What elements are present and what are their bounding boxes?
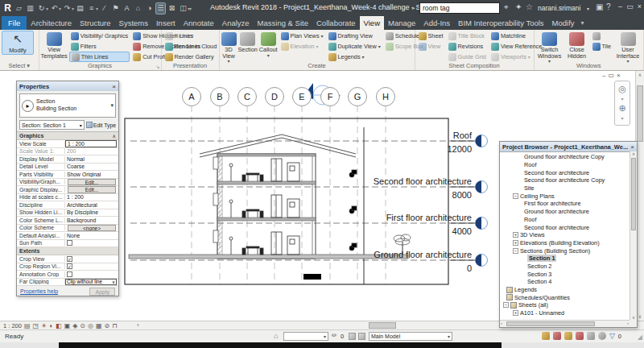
switch-windows-button[interactable]: Switch Windows▾ xyxy=(536,31,564,64)
print-icon[interactable]: ▤ xyxy=(75,2,85,14)
search-flyout-icon[interactable]: ▸ xyxy=(412,5,415,11)
properties-title-bar[interactable]: Properties × xyxy=(17,81,118,91)
help-icon[interactable]: ? xyxy=(606,2,611,11)
visual-style-icon[interactable]: ◳ xyxy=(33,322,39,329)
collapse-icon[interactable]: − xyxy=(513,193,518,199)
detail-level-value[interactable]: Coarse xyxy=(65,164,118,169)
expand-icon[interactable]: + xyxy=(513,310,518,316)
view-button[interactable]: View xyxy=(417,41,445,52)
render-in-cloud-button[interactable]: Render in Cloud xyxy=(163,41,219,52)
design-option-selector[interactable]: Main Model▾ xyxy=(369,332,452,341)
tree-item-ceiling-plans[interactable]: −Ceiling Plans xyxy=(500,192,630,200)
view-scale-control[interactable]: 1 : 200 xyxy=(3,322,22,329)
save-icon[interactable]: ▥ xyxy=(25,2,35,14)
browser-vertical-scrollbar[interactable]: ∧ ∨ xyxy=(630,151,637,320)
elevation-button[interactable]: Elevation▾ xyxy=(279,41,325,52)
tree-item-schedules[interactable]: Schedules/Quantities xyxy=(500,293,630,301)
temporary-view-properties-icon[interactable]: ▦ xyxy=(96,322,102,329)
aligned-dimension-icon[interactable]: ∕ xyxy=(99,2,109,14)
default-3d-view-icon[interactable]: ⌂ xyxy=(133,2,143,14)
sun-path-icon[interactable]: ☀ xyxy=(41,322,47,329)
text-icon[interactable]: A xyxy=(122,2,132,14)
tab-insert[interactable]: Insert xyxy=(152,16,180,30)
reveal-hidden-elements-icon[interactable]: ◎ xyxy=(88,322,93,329)
tab-file[interactable]: File xyxy=(2,16,27,30)
filter-icon[interactable]: ▽ xyxy=(609,332,615,340)
tab-modify[interactable]: Modify xyxy=(548,16,579,30)
tree-item[interactable]: Ground floor architecture Copy xyxy=(500,153,630,161)
redo-dropdown-icon[interactable]: ▾ xyxy=(72,6,74,11)
worksets-dialog-icon[interactable] xyxy=(349,333,356,340)
shadows-icon[interactable]: ◐ xyxy=(49,322,53,329)
title-block-button[interactable]: Title Block xyxy=(447,31,488,41)
tree-item[interactable]: Roof xyxy=(500,216,630,224)
tree-item-sections[interactable]: −Sections (Building Section) xyxy=(500,246,630,255)
modify-button[interactable]: ↖ Modify xyxy=(2,31,34,55)
drafting-view-button[interactable]: Drafting View xyxy=(327,31,382,41)
user-dropdown-icon[interactable]: ▾ xyxy=(587,6,589,11)
cascade-button[interactable] xyxy=(591,31,613,41)
tab-analyze[interactable]: Analyze xyxy=(218,16,254,30)
app-store-icon[interactable]: ▣ xyxy=(596,2,603,11)
annotation-crop-checkbox[interactable] xyxy=(67,271,72,277)
search-icon[interactable]: ⌖ xyxy=(504,2,509,12)
select-pinned-toggle-icon[interactable] xyxy=(564,332,572,340)
workset-selector[interactable]: ▾ xyxy=(283,332,328,341)
browser-horizontal-scrollbar[interactable]: ‹ › xyxy=(500,320,630,327)
tab-massing-site[interactable]: Massing & Site xyxy=(254,16,312,30)
tile-button[interactable]: Tile xyxy=(591,41,613,52)
hide-at-scales-value[interactable]: 1 : 200 xyxy=(65,194,118,200)
tab-collaborate[interactable]: Collaborate xyxy=(312,16,360,30)
instance-selector[interactable]: Section: Section 1▾ xyxy=(19,120,85,130)
scroll-up-icon[interactable]: ∧ xyxy=(636,71,644,79)
customize-qat-icon[interactable]: ▾ xyxy=(189,6,192,11)
display-model-value[interactable]: Normal xyxy=(65,156,118,162)
thin-lines-button[interactable]: Thin Lines xyxy=(69,52,130,62)
type-selector-dropdown-icon[interactable]: ▾ xyxy=(110,102,114,109)
revit-logo-icon[interactable]: R xyxy=(2,2,13,14)
tree-item-legends[interactable]: Legends xyxy=(500,286,630,294)
select-links-toggle-icon[interactable] xyxy=(576,332,584,340)
tree-item-a101[interactable]: +A101 - Unnamed xyxy=(500,309,630,317)
sheet-button[interactable]: Sheet xyxy=(417,31,445,41)
callout-button[interactable]: Callout▾ xyxy=(259,31,278,58)
temporary-hide-isolate-icon[interactable]: ⊙ xyxy=(80,322,85,329)
edit-type-button[interactable]: Edit Type xyxy=(86,122,116,128)
default-analysis-value[interactable]: None xyxy=(65,233,118,238)
extents-section-header[interactable]: Extents xyxy=(17,247,118,255)
duplicate-view-button[interactable]: Duplicate View▾ xyxy=(327,41,382,52)
crop-region-visible-checkbox[interactable]: ✓ xyxy=(67,263,72,269)
filters-button[interactable]: Filters xyxy=(69,41,130,52)
sync-dropdown-icon[interactable]: ▾ xyxy=(46,6,48,11)
close-hidden-button[interactable]: Close Hidden xyxy=(565,31,589,59)
visibility-graphics-edit-button[interactable]: Edit... xyxy=(68,179,116,186)
show-hidden-lines-value[interactable]: By Discipline xyxy=(65,209,118,215)
window-close-button[interactable]: × xyxy=(634,2,644,10)
project-browser-close-icon[interactable]: × xyxy=(630,143,634,151)
tree-item[interactable]: Site xyxy=(500,184,630,193)
close-hidden-windows-icon[interactable]: ⊠ xyxy=(167,2,177,14)
zoom-tool-icon[interactable]: ⊕ xyxy=(618,103,625,114)
section-button[interactable]: Section xyxy=(238,31,258,53)
scroll-left-icon[interactable]: ‹ xyxy=(137,321,139,329)
tab-addins[interactable]: Add-Ins xyxy=(419,16,454,30)
expand-icon[interactable]: + xyxy=(513,240,518,246)
discipline-value[interactable]: Architectural xyxy=(65,202,118,208)
ribbon-state-toggle-icon[interactable]: ▾ xyxy=(579,16,587,30)
zoom-dropdown-icon[interactable]: ▾ xyxy=(621,115,623,121)
project-browser-title-bar[interactable]: Project Browser - Project1_Keerthana_We.… xyxy=(500,142,637,151)
tab-structure[interactable]: Structure xyxy=(76,16,115,30)
type-selector[interactable]: ▸ SectionBuilding Section ▾ xyxy=(19,93,116,118)
crop-view-checkbox[interactable]: ✓ xyxy=(67,256,72,262)
horizontal-scroll-thumb[interactable] xyxy=(369,322,396,329)
sun-path-checkbox[interactable] xyxy=(67,240,72,246)
browser-hscroll-thumb[interactable] xyxy=(506,321,595,326)
collapse-icon[interactable]: − xyxy=(513,248,518,254)
color-scheme-button[interactable]: <none> xyxy=(68,225,116,232)
search-input[interactable] xyxy=(419,2,500,14)
favorites-star-icon[interactable]: ☆ xyxy=(526,2,533,11)
visibility-graphics-button[interactable]: Visibility/ Graphics xyxy=(69,31,130,41)
guide-grid-button[interactable]: Guide Grid xyxy=(447,52,488,62)
signed-in-username[interactable]: narani.srimani xyxy=(538,4,580,12)
drag-on-selection-icon[interactable] xyxy=(587,332,595,340)
